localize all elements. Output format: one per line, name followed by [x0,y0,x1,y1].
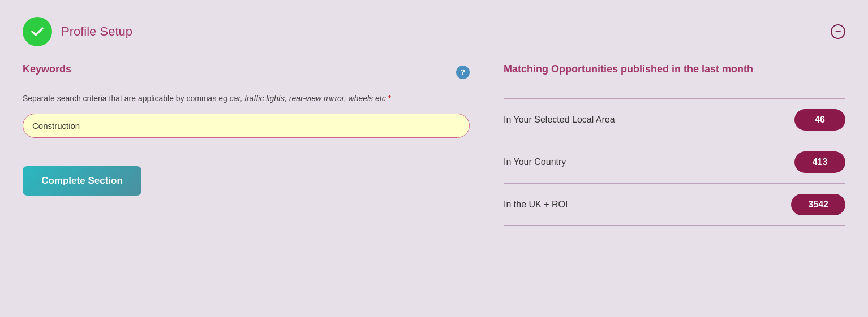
country-label: In Your Country [504,157,566,167]
local-area-label: In Your Selected Local Area [504,115,615,125]
keywords-header-row: Keywords ? [23,63,470,81]
country-count: 413 [794,151,845,173]
helper-text-example: car, traffic lights, rear-view mirror, w… [230,94,386,103]
keywords-divider [23,81,470,81]
left-panel: Keywords ? Separate search criteria that… [23,63,470,300]
uk-roi-count: 3542 [791,194,845,215]
matching-opportunities-title: Matching Opportunities published in the … [504,63,845,75]
matching-divider [504,81,845,81]
header-left: Profile Setup [23,17,132,46]
uk-roi-label: In the UK + ROI [504,199,568,210]
page-title: Profile Setup [61,24,132,39]
required-star: * [388,94,391,103]
opportunities-row-uk: In the UK + ROI 3542 [504,184,845,226]
header: Profile Setup − [23,17,845,46]
opportunities-row-local: In Your Selected Local Area 46 [504,98,845,141]
complete-section-button[interactable]: Complete Section [23,166,141,196]
keyword-input[interactable] [23,114,470,138]
page-container: Profile Setup − Keywords ? Separate sear… [0,0,868,317]
main-content: Keywords ? Separate search criteria that… [23,63,845,300]
local-area-count: 46 [794,109,845,131]
collapse-button[interactable]: − [831,24,845,39]
check-circle-icon [23,17,52,46]
help-icon[interactable]: ? [456,66,470,79]
keywords-label: Keywords [23,63,71,75]
right-panel: Matching Opportunities published in the … [504,63,845,300]
helper-text-prefix: Separate search criteria that are applic… [23,94,230,103]
opportunities-row-country: In Your Country 413 [504,141,845,184]
helper-text: Separate search criteria that are applic… [23,93,470,105]
